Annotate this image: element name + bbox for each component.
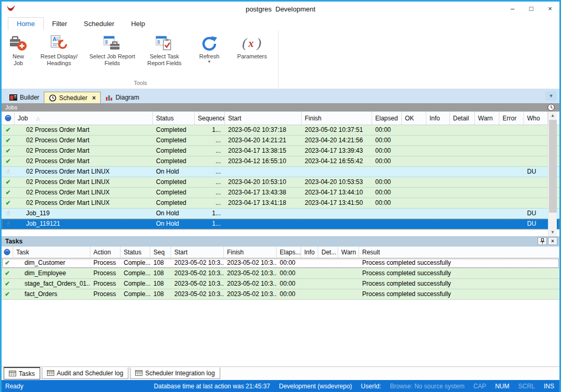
tasks-header-action[interactable]: Action (90, 247, 121, 258)
menu-tab-scheduler[interactable]: Scheduler (76, 18, 123, 30)
result-cell: Process completed successfully (359, 289, 559, 299)
job-row[interactable]: ✔02 Process Order MartCompleted1...2023-… (2, 125, 559, 136)
job-row[interactable]: ✔02 Process Order MartCompleted...2023-0… (2, 136, 559, 146)
finish-cell: 2023-05-02 10:3... (224, 289, 277, 299)
job-row[interactable]: ✔02 Process Order MartCompleted...2023-0… (2, 156, 559, 167)
maximize-button[interactable]: □ (522, 2, 541, 16)
ribbon-button-select-job-report-fields[interactable]: Select Job Report Fields (89, 33, 135, 67)
minimize-button[interactable]: – (503, 2, 522, 16)
jobs-header-job[interactable]: Job△ (15, 112, 153, 125)
bottom-tab-audit-and-scheduler-log[interactable]: Audit and Scheduler log (42, 368, 128, 379)
tasks-header-start[interactable]: Start (171, 247, 224, 258)
task-row[interactable]: ✔fact_OrdersProcessComple...1082023-05-0… (2, 289, 559, 300)
start-cell: 2023-04-17 13:38:15 (225, 146, 302, 156)
parameters-icon: (x) (241, 33, 264, 53)
jobs-header-finish[interactable]: Finish (302, 112, 372, 125)
ok-cell (402, 167, 426, 177)
warn-cell (475, 177, 499, 187)
check-icon: ✔ (2, 268, 13, 278)
task-row[interactable]: ✔stage_fact_Orders_01...ProcessComple...… (2, 279, 559, 289)
ribbon-button-refresh[interactable]: Refresh▼ (194, 33, 225, 65)
ribbon-group-label: Tools (8, 78, 273, 89)
who-cell: DU (524, 209, 548, 218)
job-row[interactable]: ☝Job_119On Hold1...DU (2, 209, 559, 219)
ok-cell (402, 146, 426, 156)
jobs-header-info[interactable]: Info (426, 112, 450, 125)
close-panel-button[interactable]: × (548, 237, 557, 245)
grid-info-icon (5, 115, 11, 121)
task-row[interactable]: ✔dim_EmployeeProcessComple...1082023-05-… (2, 268, 559, 279)
detail-cell (450, 209, 475, 218)
jobs-header-sequence[interactable]: Sequence (195, 112, 225, 125)
ribbon-button-new-job[interactable]: New Job (8, 33, 29, 67)
tasks-header-icon[interactable] (2, 247, 13, 258)
task-row[interactable]: ✔dim_CustomerProcessComple...1082023-05-… (2, 258, 559, 268)
tasks-header-info[interactable]: Info (301, 247, 318, 258)
doc-tab-builder[interactable]: Builder (5, 92, 44, 103)
jobs-scrollbar[interactable]: ▲ ▼ (548, 112, 557, 236)
bottom-tab-bar: TasksAudit and Scheduler logScheduler In… (2, 366, 559, 380)
jobs-header-detail[interactable]: Detail (450, 112, 475, 125)
tasks-header-status[interactable]: Status (121, 247, 150, 258)
bottom-tab-scheduler-integration-log[interactable]: Scheduler Integration log (130, 368, 220, 379)
tab-list-dropdown-button[interactable]: ▼ (545, 91, 557, 101)
info-cell (426, 209, 450, 218)
jobs-header-ok[interactable]: OK (402, 112, 426, 125)
job-row[interactable]: ✔02 Process Order Mart LINUXCompleted...… (2, 177, 559, 188)
error-cell (499, 188, 524, 198)
job-row[interactable]: ☝Job_119121On Hold1...DU (2, 219, 559, 229)
bottom-tab-tasks[interactable]: Tasks (4, 367, 40, 379)
scrollbar-thumb[interactable] (549, 120, 557, 213)
close-tab-icon[interactable]: × (92, 94, 96, 102)
menu-tab-home[interactable]: Home (8, 17, 44, 30)
warn-cell (338, 258, 359, 268)
tasks-panel-empty-area (2, 300, 559, 366)
check-icon: ✔ (2, 156, 15, 166)
tasks-header-task[interactable]: Task (13, 247, 90, 258)
close-button[interactable]: × (541, 2, 559, 16)
doc-tab-scheduler[interactable]: Scheduler× (44, 92, 101, 103)
job-row[interactable]: ☝02 Process Order Mart LINUXOn Hold...DU (2, 167, 559, 177)
who-cell (524, 156, 548, 166)
pin-panel-button[interactable] (538, 237, 547, 245)
task-cell: stage_fact_Orders_01... (13, 279, 90, 289)
ok-cell (402, 177, 426, 187)
jobs-header-who[interactable]: Who (524, 112, 548, 125)
tasks-header-finish[interactable]: Finish (224, 247, 277, 258)
jobs-header-error[interactable]: Error (499, 112, 524, 125)
tasks-panel-header: Tasks × (2, 236, 559, 247)
bottom-tab-label: Scheduler Integration log (145, 370, 214, 377)
error-cell (499, 198, 524, 208)
tasks-header-elaps[interactable]: Elaps... (277, 247, 301, 258)
jobs-header-elapsed[interactable]: Elapsed (372, 112, 402, 125)
app-window: postgres Development – □ × HomeFilterSch… (0, 0, 561, 392)
menu-tab-filter[interactable]: Filter (44, 18, 76, 30)
status-cell: On Hold (153, 167, 195, 177)
job-row[interactable]: ✔02 Process Order MartCompleted...2023-0… (2, 146, 559, 156)
error-cell (499, 125, 524, 135)
jobs-header-icon[interactable] (2, 112, 15, 125)
tasks-header-result[interactable]: Result (359, 247, 559, 258)
ok-cell (402, 156, 426, 166)
scroll-down-arrow-icon[interactable]: ▼ (548, 228, 557, 236)
ribbon-button-reset-display-headings[interactable]: AReset Display/ Headings (35, 33, 83, 67)
jobs-header-status[interactable]: Status (153, 112, 195, 125)
doc-tab-diagram[interactable]: Diagram (101, 92, 144, 103)
ribbon-button-parameters[interactable]: (x)Parameters (231, 33, 273, 60)
tasks-header-det[interactable]: Det... (318, 247, 338, 258)
status-cell: Completed (153, 136, 195, 145)
ribbon-button-select-task-report-fields[interactable]: Select Task Report Fields (141, 33, 187, 67)
job-row[interactable]: ✔02 Process Order Mart LINUXCompleted...… (2, 198, 559, 209)
job-cell: 02 Process Order Mart (15, 125, 153, 135)
tasks-header-seq[interactable]: Seq (150, 247, 171, 258)
tasks-header-warn[interactable]: Warn (338, 247, 359, 258)
menu-tab-help[interactable]: Help (123, 18, 153, 30)
ribbon-tab-bar: HomeFilterSchedulerHelp (2, 16, 559, 30)
jobs-header-start[interactable]: Start (225, 112, 302, 125)
start-cell: 2023-05-02 10:3... (171, 258, 224, 268)
info-cell (426, 125, 450, 135)
sort-ascending-icon: △ (36, 116, 40, 121)
jobs-header-warn[interactable]: Warn (475, 112, 499, 125)
job-row[interactable]: ✔02 Process Order Mart LINUXCompleted...… (2, 188, 559, 198)
scroll-up-arrow-icon[interactable]: ▲ (548, 112, 557, 119)
